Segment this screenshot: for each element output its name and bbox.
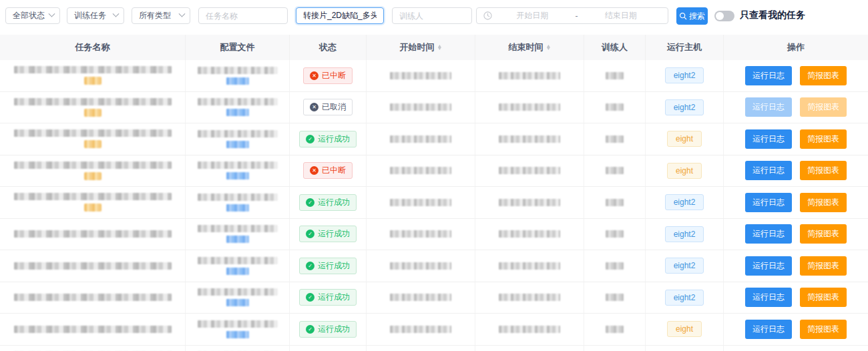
- host-badge: eight2: [665, 258, 704, 274]
- config-link-redacted[interactable]: [226, 236, 249, 243]
- report-chart-button[interactable]: 简报图表: [800, 161, 847, 180]
- status-label: 已取消: [322, 101, 346, 113]
- start-time-redacted: [390, 135, 451, 143]
- my-tasks-toggle[interactable]: [714, 11, 734, 21]
- task-name-redacted: [14, 326, 172, 333]
- status-badge: ✕ 已中断: [303, 67, 353, 84]
- report-chart-button[interactable]: 简报图表: [800, 256, 847, 276]
- trainer-redacted: [606, 135, 624, 143]
- run-log-button[interactable]: 运行日志: [745, 320, 792, 339]
- config-link-redacted[interactable]: [226, 77, 249, 85]
- report-chart-button[interactable]: 简报图表: [800, 320, 847, 339]
- status-filter-select[interactable]: 全部状态: [5, 7, 60, 24]
- start-time-redacted: [390, 326, 451, 333]
- all-types-select[interactable]: 所有类型: [132, 7, 190, 24]
- config-link-redacted[interactable]: [226, 204, 249, 212]
- report-chart-button[interactable]: 简报图表: [800, 224, 847, 244]
- run-log-button[interactable]: 运行日志: [745, 66, 792, 85]
- status-icon: ✓: [306, 230, 314, 238]
- search-icon: [679, 12, 687, 20]
- config-file-redacted: [198, 225, 278, 232]
- clock-icon: [483, 11, 492, 20]
- table-row: ✓ 运行成功 eight 运行日志 简报图表: [0, 314, 868, 346]
- task-name-redacted: [14, 262, 172, 270]
- report-chart-button[interactable]: 简报图表: [800, 193, 847, 212]
- table-row: ✓ 运行成功 eight2 运行日志 简报图表: [0, 219, 868, 251]
- end-time-redacted: [499, 72, 560, 79]
- trainer-redacted: [606, 294, 624, 301]
- trainer-redacted: [606, 72, 624, 79]
- task-name-field-wrap: [198, 7, 288, 24]
- col-header-host: 运行主机: [646, 35, 724, 60]
- task-tag-redacted: [84, 172, 101, 180]
- trainer-redacted: [606, 230, 624, 238]
- search-name-input[interactable]: [303, 11, 377, 21]
- host-badge: eight: [667, 163, 702, 179]
- my-tasks-toggle-label: 只查看我的任务: [740, 9, 805, 21]
- task-tag-redacted: [84, 77, 101, 85]
- run-log-button[interactable]: 运行日志: [745, 193, 792, 212]
- start-time-redacted: [390, 199, 451, 206]
- status-icon: ✓: [306, 198, 314, 207]
- config-link-redacted[interactable]: [226, 299, 249, 306]
- config-link-redacted[interactable]: [226, 109, 249, 116]
- all-types-value: 所有类型: [139, 10, 171, 21]
- task-name-input[interactable]: [206, 11, 280, 21]
- config-file-redacted: [198, 161, 278, 169]
- col-header-task-name: 任务名称: [0, 35, 186, 60]
- config-file-redacted: [198, 320, 278, 328]
- chevron-down-icon: [113, 11, 120, 17]
- run-log-button[interactable]: 运行日志: [745, 97, 792, 117]
- sort-icon[interactable]: ▲▼: [546, 45, 551, 50]
- trainer-redacted: [606, 167, 624, 174]
- end-time-redacted: [499, 230, 560, 238]
- status-icon: ✕: [310, 103, 318, 111]
- status-label: 运行成功: [318, 260, 350, 272]
- config-link-redacted[interactable]: [226, 331, 249, 338]
- start-time-redacted: [390, 167, 451, 174]
- run-log-button[interactable]: 运行日志: [745, 161, 792, 180]
- start-date-placeholder[interactable]: 开始日期: [492, 10, 573, 21]
- status-label: 运行成功: [318, 133, 350, 145]
- status-badge: ✓ 运行成功: [299, 131, 357, 147]
- table-row: ✓ 运行成功 eight2 运行日志 简报图表: [0, 250, 868, 282]
- run-log-button[interactable]: 运行日志: [745, 256, 792, 276]
- sort-icon[interactable]: ▲▼: [437, 45, 442, 50]
- col-header-actions: 操作: [724, 35, 868, 60]
- end-time-redacted: [499, 294, 560, 301]
- run-log-button[interactable]: 运行日志: [745, 288, 792, 307]
- start-time-redacted: [390, 262, 451, 270]
- config-file-redacted: [198, 288, 278, 296]
- config-file-redacted: [198, 194, 278, 201]
- report-chart-button[interactable]: 简报图表: [800, 129, 847, 149]
- config-file-redacted: [198, 67, 278, 74]
- search-button[interactable]: 搜索: [676, 7, 708, 25]
- table-row: ✓ 运行成功 eight 运行日志 简报图表: [0, 346, 868, 351]
- chevron-down-icon: [49, 11, 55, 17]
- table-row: ✓ 运行成功 eight2 运行日志 简报图表: [0, 187, 868, 219]
- config-link-redacted[interactable]: [226, 172, 249, 180]
- report-chart-button[interactable]: 简报图表: [800, 66, 847, 85]
- end-date-placeholder[interactable]: 结束日期: [581, 10, 662, 21]
- task-name-redacted: [14, 193, 172, 200]
- report-chart-button[interactable]: 简报图表: [800, 288, 847, 307]
- status-icon: ✕: [310, 71, 318, 80]
- trainer-input[interactable]: [399, 11, 465, 21]
- task-name-redacted: [14, 230, 172, 238]
- end-time-redacted: [499, 103, 560, 111]
- task-name-redacted: [14, 129, 172, 137]
- report-chart-button[interactable]: 简报图表: [800, 97, 847, 117]
- config-link-redacted[interactable]: [226, 141, 249, 148]
- date-range-picker[interactable]: 开始日期 - 结束日期: [476, 7, 668, 24]
- run-log-button[interactable]: 运行日志: [745, 224, 792, 244]
- col-header-trainer: 训练人: [584, 35, 646, 60]
- config-link-redacted[interactable]: [226, 268, 249, 275]
- run-log-button[interactable]: 运行日志: [745, 129, 792, 149]
- task-type-select[interactable]: 训练任务: [67, 7, 124, 24]
- task-table: 任务名称 配置文件 状态 开始时间 ▲▼ 结束时间 ▲▼ 训练人: [0, 35, 868, 351]
- date-range-separator: -: [573, 11, 581, 21]
- host-badge: eight2: [665, 290, 704, 306]
- host-badge: eight2: [665, 194, 704, 210]
- task-name-redacted: [14, 98, 172, 105]
- status-badge: ✓ 运行成功: [299, 289, 357, 306]
